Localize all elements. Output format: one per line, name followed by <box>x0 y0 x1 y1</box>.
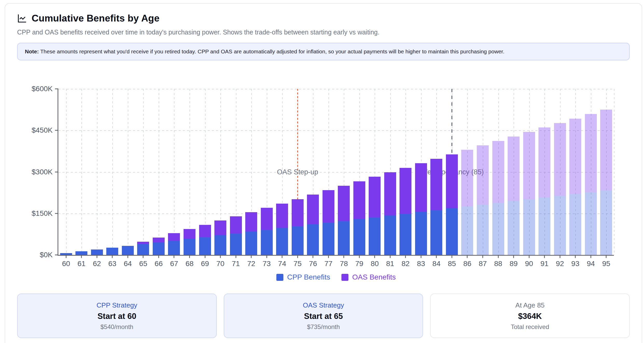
bar-age-90[interactable] <box>523 89 535 255</box>
cpp-segment <box>199 237 211 255</box>
bar-age-86[interactable] <box>461 89 473 255</box>
x-axis-label: 81 <box>386 260 394 268</box>
cpp-strategy-card-detail: $540/month <box>100 323 133 331</box>
x-axis-label: 73 <box>263 260 271 268</box>
bar-age-91[interactable] <box>538 89 550 255</box>
bar-age-66[interactable] <box>153 89 165 255</box>
bar-age-67[interactable] <box>168 89 180 255</box>
chart-line-icon <box>17 13 27 23</box>
bar-age-76[interactable] <box>307 89 319 255</box>
x-axis-label: 64 <box>124 260 132 268</box>
x-axis-label: 83 <box>417 260 425 268</box>
oas-strategy-card-title: OAS Strategy <box>303 301 344 309</box>
x-axis-tick <box>205 255 205 258</box>
bar-age-89[interactable] <box>508 89 520 255</box>
bar-age-65[interactable] <box>137 89 149 255</box>
bar-age-69[interactable] <box>199 89 211 255</box>
bar-age-88[interactable] <box>492 89 504 255</box>
cpp-segment <box>508 201 520 255</box>
bar-age-63[interactable] <box>106 89 118 255</box>
x-axis-tick <box>467 255 468 258</box>
x-axis-tick <box>189 255 190 258</box>
oas-segment <box>323 190 334 223</box>
oas-segment <box>523 132 535 199</box>
bar-age-60[interactable] <box>60 89 72 255</box>
x-axis-tick <box>451 255 452 258</box>
bar-age-85[interactable] <box>446 89 458 255</box>
bar-age-73[interactable] <box>261 89 273 255</box>
note-text: These amounts represent what you'd recei… <box>39 48 505 54</box>
x-axis-tick <box>127 255 128 258</box>
x-axis-tick <box>344 255 344 258</box>
y-axis-label: $300K <box>32 168 53 176</box>
cpp-segment <box>137 244 149 255</box>
x-axis-label: 67 <box>170 260 178 268</box>
x-axis-label: 60 <box>62 260 70 268</box>
bar-age-72[interactable] <box>245 89 257 255</box>
bar-age-82[interactable] <box>400 89 411 255</box>
x-axis-label: 78 <box>340 260 348 268</box>
at-age-85-card: At Age 85 $364K Total received <box>430 294 630 338</box>
bar-age-64[interactable] <box>122 89 134 255</box>
oas-segment <box>430 159 442 210</box>
x-axis-label: 69 <box>201 260 209 268</box>
oas-segment <box>508 137 520 201</box>
x-axis-tick <box>405 255 406 258</box>
cpp-segment <box>477 205 489 255</box>
x-axis-label: 75 <box>293 260 302 268</box>
bar-age-62[interactable] <box>91 89 103 255</box>
bar-age-83[interactable] <box>415 89 427 255</box>
cpp-segment <box>338 221 350 255</box>
oas-strategy-card-detail: $735/month <box>307 323 340 331</box>
bar-age-93[interactable] <box>569 89 581 255</box>
bar-age-81[interactable] <box>384 89 396 255</box>
bar-age-94[interactable] <box>585 89 597 255</box>
cpp-segment <box>261 230 273 255</box>
x-axis-tick <box>559 255 560 258</box>
legend-item-cpp[interactable]: CPP Benefits <box>276 273 330 281</box>
chart-legend: CPP Benefits OAS Benefits <box>58 273 614 281</box>
x-axis-label: 94 <box>587 260 595 268</box>
cpp-segment <box>353 219 365 255</box>
cpp-legend-label: CPP Benefits <box>287 273 330 281</box>
y-axis-tick <box>55 89 58 89</box>
oas-segment <box>338 186 350 221</box>
x-axis-label: 66 <box>155 260 163 268</box>
legend-item-oas[interactable]: OAS Benefits <box>341 273 396 281</box>
cpp-segment <box>461 206 473 255</box>
x-axis-tick <box>575 255 576 258</box>
bar-age-80[interactable] <box>369 89 381 255</box>
bar-age-74[interactable] <box>276 89 288 255</box>
oas-strategy-card: OAS Strategy Start at 65 $735/month <box>224 294 423 338</box>
bar-age-78[interactable] <box>338 89 350 255</box>
oas-segment <box>230 216 242 233</box>
bar-age-84[interactable] <box>430 89 442 255</box>
bar-age-70[interactable] <box>214 89 226 255</box>
bar-age-75[interactable] <box>292 89 304 255</box>
bar-age-68[interactable] <box>184 89 195 255</box>
bar-age-95[interactable] <box>600 89 612 255</box>
bar-age-77[interactable] <box>323 89 334 255</box>
cpp-segment <box>569 194 581 255</box>
x-axis-label: 85 <box>448 260 456 268</box>
x-axis-label: 80 <box>371 260 379 268</box>
cpp-segment <box>585 192 597 255</box>
x-axis-tick <box>158 255 159 258</box>
cpp-segment <box>122 246 134 255</box>
bar-age-87[interactable] <box>477 89 489 255</box>
bar-age-79[interactable] <box>353 89 365 255</box>
x-axis-tick <box>66 255 66 258</box>
oas-segment <box>585 114 597 192</box>
y-axis-tick <box>55 130 58 131</box>
summary-cards: CPP Strategy Start at 60 $540/month OAS … <box>17 294 630 338</box>
cpp-segment <box>554 196 566 255</box>
bar-age-92[interactable] <box>554 89 566 255</box>
x-axis-tick <box>529 255 529 258</box>
x-axis-tick <box>390 255 390 258</box>
x-gridline <box>614 89 614 255</box>
x-axis-label: 86 <box>463 260 471 268</box>
note-label: Note: <box>25 48 39 54</box>
bar-age-61[interactable] <box>75 89 87 255</box>
cpp-segment <box>415 212 427 255</box>
bar-age-71[interactable] <box>230 89 242 255</box>
